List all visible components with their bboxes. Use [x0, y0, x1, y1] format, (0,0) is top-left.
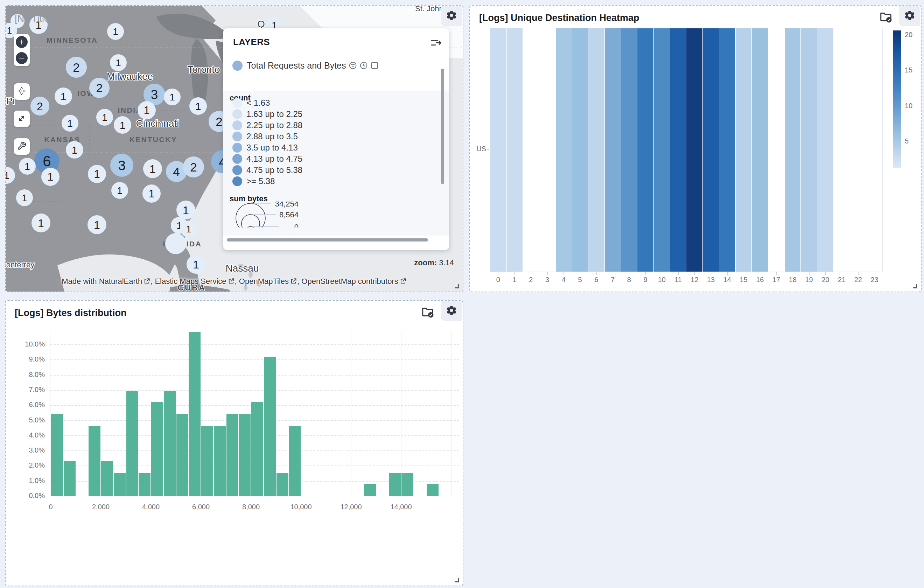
map-cluster[interactable]: 1	[111, 182, 128, 199]
map-cluster[interactable]: 1	[114, 116, 131, 134]
histogram-bar	[239, 414, 251, 496]
x-tick-label: 23	[866, 276, 883, 284]
map-cluster[interactable]: 1	[66, 141, 83, 159]
resize-handle[interactable]	[455, 284, 459, 288]
map-cluster[interactable]: 1	[96, 109, 113, 126]
map-cluster[interactable]: 1	[164, 89, 181, 105]
map-cluster[interactable]: 3	[110, 154, 134, 177]
gridline	[50, 344, 459, 345]
x-tick	[874, 272, 875, 275]
map-cluster[interactable]: 1	[142, 185, 161, 203]
resize-handle[interactable]	[455, 578, 459, 582]
x-tick-label: 0	[490, 276, 507, 284]
vertical-scrollbar[interactable]	[441, 69, 444, 184]
colorbar-tick-label: 15	[905, 66, 912, 74]
map-cluster[interactable]: 2	[30, 97, 50, 116]
heatmap-cell	[719, 28, 735, 272]
checkbox-icon[interactable]	[370, 61, 379, 71]
map-cluster[interactable]: 1	[19, 158, 36, 175]
svg-text:1: 1	[67, 118, 73, 129]
map-cluster[interactable]: 1	[180, 220, 197, 237]
histogram-bar	[89, 426, 101, 496]
map-label: Nassau	[226, 263, 259, 274]
y-tick-label: 3.0%	[6, 446, 45, 454]
heatmap-cell	[801, 28, 817, 272]
layers-popup-title: LAYERS	[233, 37, 270, 48]
map-cluster[interactable]: 1	[143, 159, 162, 178]
svg-text:1: 1	[183, 204, 189, 216]
resize-handle[interactable]	[913, 284, 917, 288]
map-cluster[interactable]: 1	[88, 165, 106, 183]
zoom-in-button[interactable]: +	[16, 36, 28, 48]
gridline	[301, 332, 301, 496]
map-cluster[interactable]: 1	[137, 101, 156, 119]
aggregation-icon[interactable]	[348, 61, 357, 71]
map-cluster[interactable]: 1	[186, 255, 205, 274]
legend-item: 2.88 up to 3.5	[233, 131, 302, 142]
attribution-link[interactable]: OpenMapTiles	[239, 277, 289, 286]
clock-icon[interactable]	[360, 61, 368, 71]
layer-name: Total Requests and Bytes	[247, 61, 346, 71]
map-cluster[interactable]: 1	[31, 213, 50, 233]
heatmap-cell	[850, 28, 866, 272]
attribution-link[interactable]: NaturalEarth	[99, 277, 142, 286]
attribution-link[interactable]: OpenStreetMap contributors	[301, 277, 398, 286]
heatmap-plot	[490, 28, 883, 272]
panel-settings-button[interactable]	[441, 6, 462, 26]
divider	[223, 51, 449, 51]
svg-text:1: 1	[149, 163, 156, 175]
map-cluster[interactable]: 1	[16, 189, 33, 206]
panel-settings-button[interactable]	[899, 6, 920, 26]
panel-settings-button[interactable]	[441, 301, 462, 321]
x-tick-label: 18	[785, 276, 801, 284]
collapse-right-icon[interactable]	[431, 38, 441, 50]
size-legend-circle	[236, 203, 265, 228]
map-tools-button[interactable]	[14, 138, 30, 155]
layer-item[interactable]: Total Requests and Bytes	[233, 59, 346, 72]
histogram-bar	[427, 484, 439, 496]
legend-label: >= 5.38	[246, 177, 275, 186]
map-cluster[interactable]: 1	[87, 215, 106, 234]
legend-swatch-icon	[233, 143, 242, 153]
histogram-bar	[177, 414, 188, 496]
fit-to-data-button[interactable]	[14, 111, 30, 127]
map-cluster[interactable]: 1	[54, 88, 72, 105]
x-tick-label: 17	[768, 276, 785, 284]
map-cluster[interactable]: 1	[189, 97, 207, 115]
layers-popup: LAYERS Total Requests and Bytes	[223, 28, 449, 250]
histogram-bar	[251, 402, 263, 496]
heatmap-cell	[752, 28, 768, 272]
histogram-bar	[389, 473, 401, 496]
map-cluster[interactable]	[165, 233, 186, 254]
map-cluster[interactable]: 2	[89, 78, 109, 98]
save-badge-button[interactable]	[879, 10, 893, 25]
gridline	[50, 390, 459, 391]
y-tick-label: 0.0%	[6, 492, 45, 500]
svg-text:1: 1	[94, 168, 100, 180]
attribution-link[interactable]: Elastic Maps Service	[155, 277, 226, 286]
map-cluster[interactable]: 2	[183, 157, 204, 177]
heatmap-cell	[540, 28, 556, 272]
y-tick-label: 2.0%	[6, 461, 45, 469]
map-cluster[interactable]: 1	[41, 168, 59, 186]
zoom-out-button[interactable]: −	[16, 52, 28, 64]
map-cluster[interactable]: 1	[107, 23, 124, 40]
x-tick	[695, 272, 695, 275]
x-tick-label: 22	[850, 276, 866, 284]
panel-title: [Logs] Unique Destination Heatmap	[479, 13, 639, 23]
external-link-icon	[289, 277, 297, 286]
x-tick-label: 5	[572, 276, 588, 284]
map-cluster[interactable]: 2	[66, 57, 87, 78]
set-view-button[interactable]	[14, 83, 30, 100]
map-cluster[interactable]: 1	[62, 115, 78, 132]
save-badge-button[interactable]	[421, 306, 435, 320]
folder-check-icon	[421, 305, 434, 320]
histogram-bar	[151, 402, 163, 496]
gear-icon	[904, 10, 915, 22]
horizontal-scrollbar[interactable]	[227, 238, 428, 241]
map-cluster[interactable]: 1	[110, 54, 127, 71]
colorbar-tick-label: 5	[905, 137, 909, 145]
map-cluster[interactable]: 1	[177, 201, 195, 220]
svg-text:1: 1	[22, 193, 27, 203]
legend-item: 4.75 up to 5.38	[233, 165, 302, 176]
